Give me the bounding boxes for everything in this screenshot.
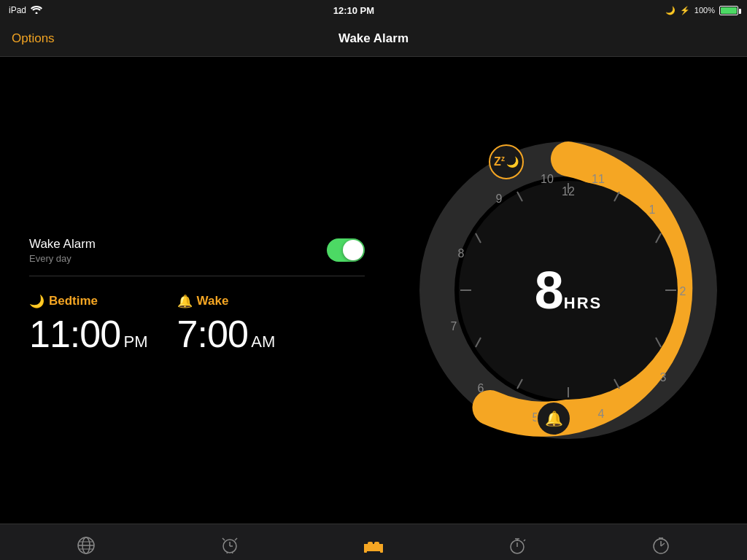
times-row: 🌙 Bedtime 11:00 PM 🔔 Wake 7:00 AM [29,294,365,356]
svg-rect-43 [374,542,379,546]
bedtime-time: 11:00 PM [29,312,148,356]
nav-bar: Options Wake Alarm [0,20,747,57]
status-left: iPad [9,5,42,16]
alarm-label: Wake Alarm [29,237,96,252]
timer-icon [651,536,670,559]
left-panel: Wake Alarm Every day 🌙 Bedtime 11:00 PM [29,225,365,356]
device-label: iPad [9,5,26,15]
svg-text:10: 10 [541,173,554,185]
tab-timer[interactable]: Timer [632,536,690,561]
svg-text:3: 3 [660,371,667,384]
svg-line-37 [232,552,233,553]
svg-text:8: 8 [458,247,465,260]
toggle-knob [343,240,363,260]
options-button[interactable]: Options [12,31,55,46]
svg-text:4: 4 [598,408,605,420]
nav-title: Wake Alarm [338,31,409,46]
world-clock-icon [77,536,96,559]
tab-bedtime[interactable]: Bedtime [344,536,403,561]
svg-line-35 [235,538,237,540]
status-right: 🌙 ⚡ 100% [665,6,738,15]
svg-point-0 [36,12,38,14]
svg-text:1: 1 [649,203,656,216]
bedtime-block[interactable]: 🌙 Bedtime 11:00 PM [29,294,148,356]
svg-rect-42 [368,542,373,546]
svg-text:2: 2 [680,285,686,298]
alarm-icon [220,536,239,559]
svg-text:6: 6 [478,382,484,394]
alarm-row: Wake Alarm Every day [29,225,365,276]
svg-rect-41 [380,544,383,553]
svg-rect-40 [364,544,367,553]
bluetooth-icon: ⚡ [680,6,690,15]
svg-line-36 [227,552,228,553]
stopwatch-icon [508,536,527,559]
wake-handle[interactable]: 🔔 [536,401,571,436]
tab-world-clock[interactable]: World Clock [57,536,115,561]
moon-handle-icon: 🌙 [506,156,519,168]
wake-label: 🔔 Wake [177,294,276,309]
tab-stopwatch[interactable]: Stopwatch [488,536,546,561]
alarm-sublabel: Every day [29,253,96,264]
bedtime-handle[interactable]: Zz 🌙 [489,144,524,179]
clock-face [459,181,678,400]
tab-bar: World Clock Alarm [0,524,747,560]
moon-bedtime-icon: 🌙 [29,294,44,309]
bell-wake-icon: 🔔 [177,294,193,309]
wake-alarm-toggle[interactable] [327,238,365,262]
moon-icon: 🌙 [665,6,676,15]
bedtime-icon [363,536,384,559]
svg-text:9: 9 [496,192,503,205]
status-bar: iPad 12:10 PM 🌙 ⚡ 100% [0,0,747,20]
svg-line-34 [222,538,225,540]
clock-container: 12 1 2 3 4 5 6 7 8 9 10 11 [411,133,725,447]
bedtime-label: 🌙 Bedtime [29,294,148,309]
tab-alarm[interactable]: Alarm [201,536,259,561]
bell-handle-icon: 🔔 [545,410,563,427]
clock-svg: 12 1 2 3 4 5 6 7 8 9 10 11 [411,133,725,447]
wake-time: 7:00 AM [177,312,276,356]
battery-label: 100% [694,6,715,15]
svg-text:11: 11 [592,173,605,185]
svg-text:7: 7 [451,320,457,332]
status-time: 12:10 PM [333,5,374,16]
wake-block[interactable]: 🔔 Wake 7:00 AM [177,294,276,356]
sleep-icon: Zz [494,155,505,168]
svg-line-48 [524,540,525,541]
battery-icon [719,6,738,15]
wifi-icon [31,5,42,16]
alarm-info: Wake Alarm Every day [29,237,96,264]
main-content: Wake Alarm Every day 🌙 Bedtime 11:00 PM [0,57,747,524]
